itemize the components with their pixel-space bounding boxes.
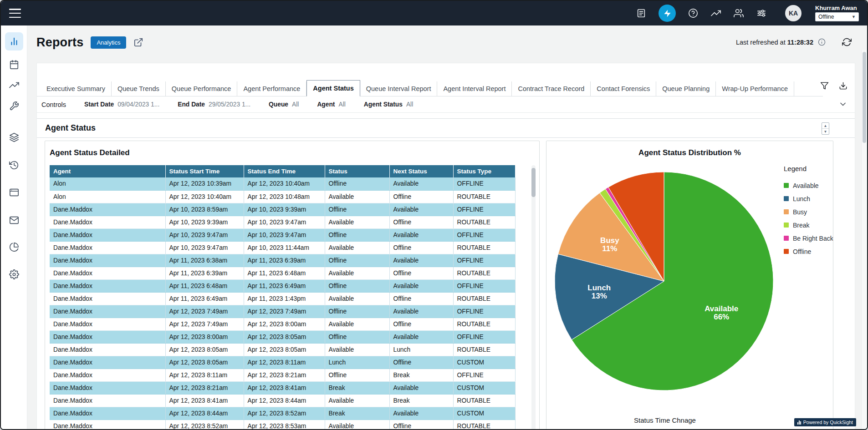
table-cell[interactable]: Break	[325, 381, 389, 394]
legend-item-lunch[interactable]: Lunch	[784, 192, 833, 205]
table-cell[interactable]: Offline	[325, 330, 389, 343]
table-cell[interactable]: Alon	[50, 177, 165, 190]
table-cell[interactable]: Dane.Maddox	[50, 369, 165, 381]
table-cell[interactable]: Available	[389, 228, 453, 241]
table-cell[interactable]: Offline	[389, 241, 453, 254]
table-row[interactable]: Dane.MaddoxApr 11, 2023 6:39amApr 11, 20…	[50, 267, 515, 279]
column-header-status-type[interactable]: Status Type	[453, 165, 515, 177]
table-cell[interactable]: Dane.Maddox	[50, 267, 165, 279]
table-cell[interactable]: OFFLINE	[453, 203, 515, 216]
table-cell[interactable]: Apr 10, 2023 9:39am	[165, 216, 244, 228]
sidebar-tools-icon[interactable]	[5, 97, 23, 115]
table-cell[interactable]: Apr 12, 2023 8:52am	[244, 407, 325, 420]
table-cell[interactable]: Offline	[389, 190, 453, 203]
table-cell[interactable]: Available	[389, 254, 453, 267]
tab-queue-trends[interactable]: Queue Trends	[112, 81, 166, 96]
table-cell[interactable]: Offline	[389, 420, 453, 430]
table-cell[interactable]: Offline	[389, 356, 453, 369]
tab-agent-status[interactable]: Agent Status	[306, 80, 360, 96]
table-cell[interactable]: Dane.Maddox	[50, 356, 165, 369]
table-scrollbar-thumb[interactable]	[531, 168, 536, 197]
table-cell[interactable]: Dane.Maddox	[50, 279, 165, 292]
table-cell[interactable]: Offline	[325, 177, 389, 190]
column-header-status[interactable]: Status	[325, 165, 389, 177]
table-cell[interactable]: Available	[325, 241, 389, 254]
table-cell[interactable]: Apr 11, 2023 6:38am	[165, 254, 244, 267]
table-cell[interactable]: Apr 10, 2023 9:47am	[165, 241, 244, 254]
table-cell[interactable]: Available	[325, 318, 389, 330]
table-row[interactable]: Dane.MaddoxApr 11, 2023 6:38amApr 11, 20…	[50, 254, 515, 267]
table-cell[interactable]: Dane.Maddox	[50, 407, 165, 420]
table-cell[interactable]: Apr 11, 2023 6:48am	[244, 267, 325, 279]
table-cell[interactable]: Apr 10, 2023 9:47am	[165, 228, 244, 241]
table-row[interactable]: Dane.MaddoxApr 12, 2023 8:11amApr 12, 20…	[50, 369, 515, 381]
sidebar-window-icon[interactable]	[5, 183, 23, 202]
table-cell[interactable]: Dane.Maddox	[50, 254, 165, 267]
table-cell[interactable]: Apr 10, 2023 11:44am	[244, 241, 325, 254]
table-cell[interactable]: Apr 12, 2023 7:49am	[165, 305, 244, 318]
spinner-down-icon[interactable]: ▼	[822, 129, 829, 134]
refresh-icon[interactable]	[842, 37, 852, 47]
table-cell[interactable]: Offline	[325, 203, 389, 216]
table-cell[interactable]: Lunch	[389, 343, 453, 356]
table-cell[interactable]: Apr 12, 2023 8:21am	[165, 381, 244, 394]
avatar[interactable]: KA	[785, 5, 802, 21]
table-cell[interactable]: OFFLINE	[453, 305, 515, 318]
table-cell[interactable]: Apr 11, 2023 6:49am	[244, 279, 325, 292]
table-cell[interactable]: Available	[325, 267, 389, 279]
table-cell[interactable]: OFFLINE	[453, 279, 515, 292]
column-header-agent[interactable]: Agent	[50, 165, 165, 177]
table-row[interactable]: Dane.MaddoxApr 10, 2023 8:59amApr 10, 20…	[50, 203, 515, 216]
table-cell[interactable]: Dane.Maddox	[50, 203, 165, 216]
table-cell[interactable]: OFFLINE	[453, 330, 515, 343]
table-cell[interactable]: Offline	[389, 216, 453, 228]
table-cell[interactable]: ROUTABLE	[453, 216, 515, 228]
table-cell[interactable]: Apr 12, 2023 8:44am	[165, 407, 244, 420]
table-cell[interactable]: Apr 11, 2023 1:43pm	[244, 292, 325, 305]
table-cell[interactable]: Available	[389, 177, 453, 190]
tab-contact-forensics[interactable]: Contact Forensics	[591, 81, 656, 96]
availability-select[interactable]: Offline ▼	[815, 12, 859, 21]
table-cell[interactable]: Apr 12, 2023 8:44am	[244, 394, 325, 407]
table-row[interactable]: Dane.MaddoxApr 10, 2023 9:47amApr 10, 20…	[50, 241, 515, 254]
table-cell[interactable]: Dane.Maddox	[50, 381, 165, 394]
table-cell[interactable]: Apr 10, 2023 9:39am	[244, 203, 325, 216]
table-cell[interactable]: Apr 12, 2023 8:00am	[165, 330, 244, 343]
table-cell[interactable]: Dane.Maddox	[50, 216, 165, 228]
table-cell[interactable]: Apr 12, 2023 8:05am	[165, 343, 244, 356]
table-row[interactable]: AlonApr 12, 2023 10:40amApr 12, 2023 10:…	[50, 190, 515, 203]
table-row[interactable]: Dane.MaddoxApr 12, 2023 8:00amApr 12, 20…	[50, 330, 515, 343]
table-cell[interactable]: Apr 12, 2023 7:49am	[244, 305, 325, 318]
notes-icon[interactable]	[636, 8, 647, 19]
table-cell[interactable]: Available	[389, 305, 453, 318]
table-cell[interactable]: Apr 12, 2023 8:05am	[244, 330, 325, 343]
table-cell[interactable]: Apr 12, 2023 10:39am	[165, 177, 244, 190]
table-cell[interactable]: Apr 12, 2023 8:41am	[244, 381, 325, 394]
help-icon[interactable]	[688, 8, 699, 19]
hamburger-menu-icon[interactable]	[9, 9, 21, 18]
table-row[interactable]: Dane.MaddoxApr 12, 2023 8:05amApr 12, 20…	[50, 343, 515, 356]
table-cell[interactable]: Apr 12, 2023 8:53am	[244, 420, 325, 430]
table-cell[interactable]: ROUTABLE	[453, 343, 515, 356]
table-row[interactable]: Dane.MaddoxApr 10, 2023 9:39amApr 10, 20…	[50, 216, 515, 228]
page-scrollbar[interactable]	[861, 50, 867, 429]
tab-queue-interval-report[interactable]: Queue Interval Report	[360, 81, 438, 96]
table-cell[interactable]: Available	[389, 203, 453, 216]
tab-executive-summary[interactable]: Executive Summary	[41, 81, 112, 96]
table-cell[interactable]: Apr 12, 2023 8:11am	[165, 369, 244, 381]
table-row[interactable]: Dane.MaddoxApr 12, 2023 8:21amApr 12, 20…	[50, 381, 515, 394]
tab-wrap-up-performance[interactable]: Wrap-Up Performance	[716, 81, 794, 96]
table-cell[interactable]: Apr 12, 2023 8:11am	[244, 356, 325, 369]
table-cell[interactable]: Break	[389, 394, 453, 407]
legend-item-offline[interactable]: Offline	[784, 245, 833, 258]
filter-agent-status[interactable]: Agent StatusAll	[364, 101, 413, 108]
table-cell[interactable]: Apr 11, 2023 6:48am	[165, 279, 244, 292]
table-cell[interactable]: CUSTOM	[453, 407, 515, 420]
table-cell[interactable]: Dane.Maddox	[50, 241, 165, 254]
filter-start-date[interactable]: Start Date09/04/2023 1...	[84, 101, 159, 108]
filter-queue[interactable]: QueueAll	[269, 101, 299, 108]
sliders-icon[interactable]	[756, 8, 767, 19]
legend-item-available[interactable]: Available	[784, 179, 833, 192]
table-cell[interactable]: ROUTABLE	[453, 292, 515, 305]
tab-queue-planning[interactable]: Queue Planning	[656, 81, 716, 96]
